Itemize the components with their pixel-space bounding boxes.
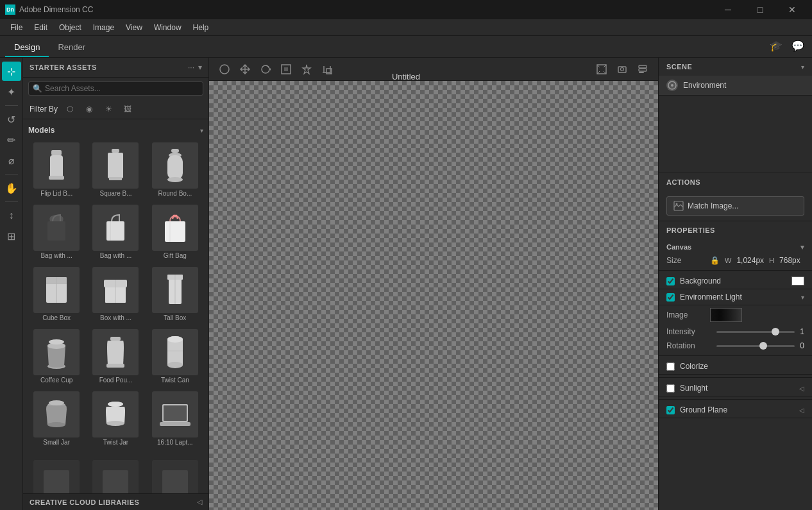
pan-tool[interactable]: ✏: [2, 130, 21, 149]
menu-item-help[interactable]: Help: [188, 21, 214, 34]
learn-icon[interactable]: 🎓: [767, 37, 785, 55]
actions-section: ACTIONS Match Image...: [659, 173, 812, 221]
models-header[interactable]: Models ▾: [28, 123, 203, 137]
select-tool[interactable]: ⊹: [2, 62, 21, 81]
canvas-dropdown-icon[interactable]: ▾: [800, 243, 804, 251]
model-item[interactable]: Bag with ...: [28, 202, 85, 262]
colorize-row: Colorize: [659, 359, 812, 375]
rotation-thumb[interactable]: [759, 342, 767, 350]
model-item[interactable]: Twist Can: [147, 327, 203, 386]
model-item[interactable]: Gift Bag: [147, 202, 203, 262]
svg-rect-28: [110, 337, 121, 341]
fullscreen-icon[interactable]: [593, 60, 611, 78]
filter-lights-icon[interactable]: ☀: [101, 102, 115, 116]
camera-view-icon[interactable]: [613, 60, 631, 78]
menu-item-object[interactable]: Object: [54, 21, 87, 34]
model-thumb: [152, 460, 198, 493]
model-item[interactable]: ...: [28, 457, 85, 493]
model-label: Cube Box: [33, 314, 80, 321]
ground-plane-expand-icon[interactable]: ◁: [799, 407, 804, 414]
zoom-tool[interactable]: ↕: [2, 206, 21, 225]
scene-collapse-icon[interactable]: ▾: [801, 64, 804, 71]
comment-icon[interactable]: 💬: [789, 37, 807, 55]
canvas-label: Canvas: [666, 243, 691, 251]
model-item[interactable]: Food Pou...: [87, 327, 144, 386]
intensity-slider[interactable]: [716, 331, 795, 333]
filter-models-icon[interactable]: ⬡: [63, 102, 77, 116]
sunlight-expand-icon[interactable]: ◁: [799, 385, 804, 392]
search-input[interactable]: [45, 84, 199, 93]
match-image-label: Match Image...: [688, 201, 738, 210]
svg-rect-58: [639, 72, 644, 73]
cc-libraries-collapse-icon[interactable]: ◁: [197, 498, 202, 506]
intensity-label: Intensity: [666, 327, 711, 336]
model-item[interactable]: Small Jar: [28, 389, 85, 448]
svg-rect-57: [639, 69, 647, 71]
frame-tool[interactable]: [277, 60, 295, 78]
model-item[interactable]: Box with ...: [87, 264, 144, 324]
env-light-expand-icon[interactable]: ▾: [801, 294, 804, 301]
svg-rect-56: [639, 65, 647, 68]
hand-tool[interactable]: ✋: [2, 178, 21, 198]
maximize-button[interactable]: □: [745, 0, 775, 19]
env-light-checkbox[interactable]: [666, 293, 675, 302]
model-item[interactable]: Round Bo...: [147, 140, 203, 200]
model-label: Round Bo...: [152, 190, 198, 197]
model-label: Flip Lid B...: [33, 190, 80, 197]
match-image-button[interactable]: Match Image...: [666, 196, 804, 216]
rotate-tool[interactable]: [257, 60, 275, 78]
model-item[interactable]: Flip Lid B...: [28, 140, 85, 200]
menu-item-view[interactable]: View: [121, 21, 148, 34]
checkerboard-canvas: [209, 81, 658, 510]
model-item[interactable]: Coffee Cup: [28, 327, 85, 386]
filter-materials-icon[interactable]: ◉: [82, 102, 96, 116]
model-thumb: [92, 391, 139, 438]
select-circle-tool[interactable]: [216, 60, 233, 78]
svg-rect-11: [106, 221, 124, 241]
transform-tool[interactable]: ✦: [2, 82, 21, 101]
env-image-thumb[interactable]: [710, 308, 742, 322]
rotate-tool[interactable]: ↺: [2, 110, 21, 129]
tab-design[interactable]: Design: [5, 38, 49, 57]
colorize-checkbox[interactable]: [666, 362, 675, 371]
crop-tool[interactable]: [318, 60, 336, 78]
background-checkbox[interactable]: [666, 277, 675, 285]
model-label: Tall Box: [152, 314, 198, 321]
assets-expand-icon[interactable]: ▾: [198, 63, 202, 72]
svg-point-39: [108, 402, 123, 407]
model-item[interactable]: Square B...: [87, 140, 144, 200]
close-button[interactable]: ✕: [777, 0, 807, 19]
environment-item[interactable]: Environment: [659, 76, 812, 96]
intensity-thumb[interactable]: [772, 328, 779, 336]
background-color-swatch[interactable]: [791, 276, 804, 285]
model-item[interactable]: Twist Jar: [87, 389, 144, 448]
assets-more-icon[interactable]: ···: [188, 63, 194, 72]
model-thumb: [92, 267, 139, 313]
brush-tool[interactable]: ⌀: [2, 151, 21, 170]
canvas-area: [209, 58, 658, 510]
menu-item-file[interactable]: File: [5, 21, 28, 34]
move-tool[interactable]: [236, 60, 254, 78]
model-label: Gift Bag: [152, 252, 198, 259]
model-item[interactable]: Bag with ...: [87, 202, 144, 262]
model-item[interactable]: ...: [147, 457, 203, 493]
model-item[interactable]: Cube Box: [28, 264, 85, 324]
model-item[interactable]: Tall Box: [147, 264, 203, 324]
layers-icon[interactable]: [634, 60, 652, 78]
minimize-button[interactable]: ─: [713, 0, 743, 19]
camera-tool[interactable]: ⊞: [2, 226, 21, 246]
tab-render[interactable]: Render: [49, 38, 94, 57]
filter-images-icon[interactable]: 🖼: [121, 102, 135, 116]
model-item[interactable]: 16:10 Lapt...: [147, 389, 203, 448]
ground-plane-checkbox[interactable]: [666, 406, 675, 414]
svg-rect-13: [165, 221, 185, 242]
canvas-sub-header: Canvas ▾: [659, 239, 812, 253]
right-panel: SCENE ▾ Environment ACTIONS Match Image.…: [658, 58, 812, 510]
menu-item-window[interactable]: Window: [149, 21, 187, 34]
rotation-slider[interactable]: [716, 345, 795, 347]
sunlight-checkbox[interactable]: [666, 384, 675, 393]
magic-tool[interactable]: [298, 60, 316, 78]
menu-item-image[interactable]: Image: [88, 21, 119, 34]
model-item[interactable]: ...: [87, 457, 144, 493]
menu-item-edit[interactable]: Edit: [29, 21, 53, 34]
